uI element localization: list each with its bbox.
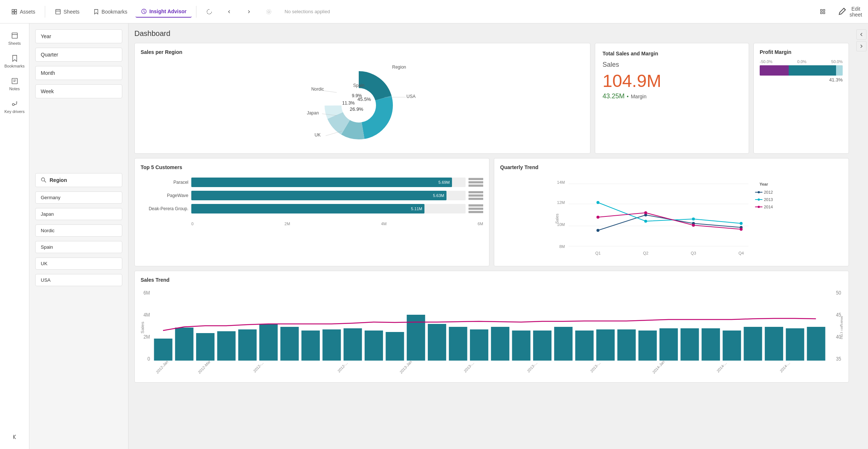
svg-rect-92 <box>238 329 257 361</box>
sidebar-item-notes[interactable]: Notes <box>0 73 29 95</box>
svg-point-65 <box>597 216 600 219</box>
svg-text:2014-Jan: 2014-Jan <box>652 359 666 374</box>
pm-scale-left: -50.0% <box>760 59 773 64</box>
svg-rect-94 <box>281 327 299 361</box>
region-search[interactable]: Region <box>35 173 122 187</box>
insight-advisor-button[interactable]: Insight Advisor <box>135 6 192 18</box>
svg-point-64 <box>740 222 743 225</box>
svg-text:Q1: Q1 <box>595 251 601 255</box>
svg-text:4M: 4M <box>144 312 150 318</box>
bar-label-deak: Deak-Perera Group. <box>141 206 188 211</box>
svg-rect-113 <box>680 328 699 361</box>
svg-text:Japan: Japan <box>307 110 319 116</box>
sidebar-collapse[interactable] <box>8 429 22 449</box>
bar-row-pagewave: PageWave 5.63M <box>141 191 483 200</box>
bar-chart: Paracel 5.69M <box>141 175 483 220</box>
svg-rect-103 <box>470 329 488 361</box>
svg-text:Sales: Sales <box>555 213 559 224</box>
svg-text:35: 35 <box>836 356 841 362</box>
pm-bar-segment-light <box>836 65 843 76</box>
sheets-icon <box>55 8 61 15</box>
quarterly-trend-svg: 14M 12M 10M 8M Sales Q1 Q2 Q3 Q4 <box>500 175 843 259</box>
lasso-button[interactable] <box>201 6 218 17</box>
region-uk[interactable]: UK <box>35 258 122 270</box>
assets-button[interactable]: Assets <box>6 6 40 17</box>
svg-text:Spain: Spain <box>353 83 365 88</box>
svg-point-77 <box>758 206 760 208</box>
svg-rect-116 <box>744 327 762 361</box>
svg-line-37 <box>323 91 337 92</box>
bar-track-pagewave: 5.63M <box>191 191 466 200</box>
bar-mini-pagewave <box>469 191 483 200</box>
insight-advisor-icon <box>141 8 147 15</box>
bar-axis: 0 2M 4M 6M <box>141 222 483 226</box>
pm-bar-segment-purple <box>760 65 789 76</box>
sidebar-item-sheets[interactable]: Sheets <box>0 28 29 49</box>
quarterly-trend-title: Quarterly Trend <box>500 164 843 170</box>
filter-year[interactable]: Year <box>35 29 122 43</box>
bar-val-pagewave: 5.63M <box>433 193 444 198</box>
svg-text:2012-...: 2012-... <box>337 360 348 373</box>
key-drivers-sidebar-icon <box>11 100 19 108</box>
svg-rect-99 <box>386 332 404 361</box>
svg-point-19 <box>12 103 14 106</box>
forward-button[interactable] <box>240 6 257 17</box>
region-spain[interactable]: Spain <box>35 241 122 253</box>
svg-text:2012-...: 2012-... <box>253 360 264 373</box>
bookmarks-button[interactable]: Bookmarks <box>88 6 133 17</box>
svg-rect-102 <box>449 327 467 361</box>
sheets-sidebar-icon <box>11 32 19 40</box>
svg-text:Nordic: Nordic <box>311 87 324 92</box>
pm-scale: -50.0% 0.0% 50.0% <box>760 59 843 64</box>
svg-text:USA: USA <box>406 94 416 99</box>
region-nordic[interactable]: Nordic <box>35 224 122 237</box>
svg-point-61 <box>597 201 600 204</box>
top-nav-right: Edit sheet <box>814 6 862 18</box>
region-germany[interactable]: Germany <box>35 191 122 204</box>
svg-text:UK: UK <box>315 132 321 138</box>
sales-trend-title: Sales Trend <box>141 277 843 283</box>
sidebar-item-bookmarks[interactable]: Bookmarks <box>0 51 29 72</box>
svg-rect-106 <box>533 331 551 361</box>
prev-sheet-button[interactable] <box>856 29 867 40</box>
bar-label-pagewave: PageWave <box>141 193 188 198</box>
svg-rect-4 <box>56 9 61 14</box>
filter-quarter[interactable]: Quarter <box>35 48 122 62</box>
filter-month[interactable]: Month <box>35 66 122 80</box>
svg-point-68 <box>740 228 743 231</box>
svg-rect-104 <box>491 327 509 361</box>
lock-button[interactable] <box>260 6 277 17</box>
svg-text:12M: 12M <box>557 200 565 205</box>
back-button[interactable] <box>221 6 238 17</box>
region-usa[interactable]: USA <box>35 274 122 286</box>
svg-rect-110 <box>617 329 636 361</box>
pm-bar-segment-teal <box>789 65 836 76</box>
svg-rect-101 <box>428 324 446 361</box>
filter-week[interactable]: Week <box>35 84 122 98</box>
profit-margin-title: Profit Margin <box>760 49 843 55</box>
margin-bullet: • <box>627 94 629 99</box>
svg-text:Margin (%): Margin (%) <box>840 316 843 339</box>
next-sheet-button[interactable] <box>856 41 867 51</box>
total-sales-card: Total Sales and Margin Sales 104.9M 43.2… <box>595 43 749 154</box>
profit-margin-card: Profit Margin -50.0% 0.0% 50.0% 41.3% <box>753 43 849 154</box>
svg-rect-9 <box>820 9 822 11</box>
svg-rect-118 <box>786 328 804 361</box>
margin-label: Margin <box>631 94 647 99</box>
bar-val-deak: 5.11M <box>411 207 422 211</box>
bar-val-paracel: 5.69M <box>438 180 450 185</box>
edit-sheet-button[interactable]: Edit sheet <box>837 6 862 18</box>
svg-rect-12 <box>823 12 825 14</box>
svg-text:Q4: Q4 <box>738 251 744 255</box>
left-sidebar: Sheets Bookmarks Notes Key drivers <box>0 23 29 449</box>
svg-rect-91 <box>217 331 235 361</box>
svg-rect-2 <box>12 12 14 14</box>
grid-view-button[interactable] <box>814 6 831 17</box>
donut-chart: Region USA <box>141 59 584 147</box>
svg-text:Sales: Sales <box>141 322 145 333</box>
svg-rect-119 <box>807 327 825 361</box>
region-japan[interactable]: Japan <box>35 208 122 220</box>
sheets-button[interactable]: Sheets <box>50 6 85 17</box>
quarterly-trend-card: Quarterly Trend 14M 12M 10M 8M Sales Q1 <box>494 158 849 266</box>
sidebar-item-key-drivers[interactable]: Key drivers <box>0 96 29 117</box>
